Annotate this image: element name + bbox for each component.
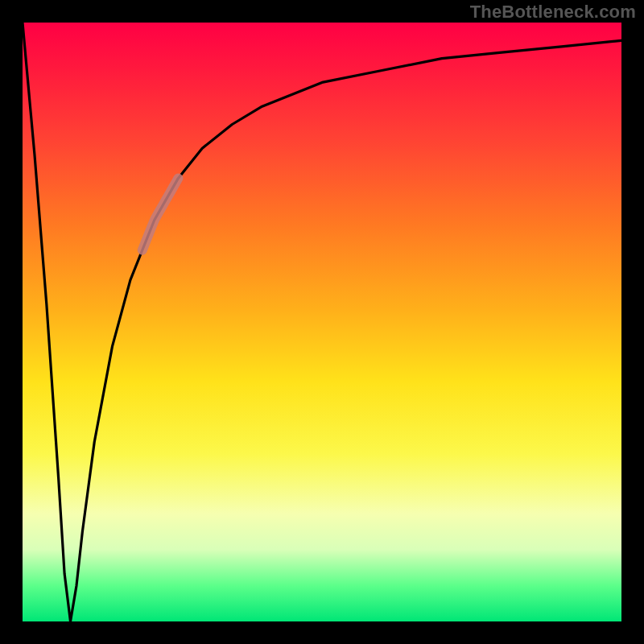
highlight-segment — [142, 178, 179, 250]
watermark-text: TheBottleneck.com — [470, 2, 636, 23]
plot-area — [23, 23, 621, 621]
curve-path — [23, 23, 621, 621]
chart-frame: TheBottleneck.com — [0, 0, 644, 644]
bottleneck-curve — [23, 23, 621, 621]
